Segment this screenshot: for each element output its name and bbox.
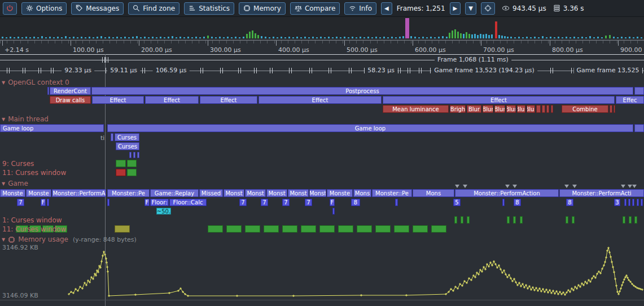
zone-curses[interactable]: Curses xyxy=(115,133,139,141)
zone-rendercont[interactable]: RenderCont xyxy=(50,87,91,95)
zone-bar[interactable] xyxy=(137,152,139,158)
zone-bar[interactable] xyxy=(115,225,130,233)
zone-bar[interactable] xyxy=(637,199,639,206)
zone-missed[interactable]: Missed xyxy=(199,189,223,197)
zone-bar[interactable] xyxy=(551,105,553,113)
zone-mons[interactable]: Mons xyxy=(353,189,371,197)
zone-floor-calc[interactable]: Floor::Calc xyxy=(169,199,207,206)
zone-monste[interactable]: Monste xyxy=(26,189,51,197)
zone-bar[interactable] xyxy=(116,169,126,176)
zone-blur[interactable]: Blur xyxy=(517,105,525,113)
zone-draw-calls[interactable]: Draw calls xyxy=(50,96,91,104)
zone-bar[interactable] xyxy=(507,216,510,224)
zone-8[interactable]: 8 xyxy=(566,199,573,206)
zone-bar[interactable] xyxy=(623,216,625,224)
zone-f[interactable]: F xyxy=(41,199,46,206)
message-marker[interactable] xyxy=(455,185,459,188)
zone-7[interactable]: 7 xyxy=(17,199,24,206)
zone-bar[interactable] xyxy=(610,105,612,113)
zone-monste[interactable]: Monste xyxy=(0,189,25,197)
zone-bar[interactable] xyxy=(332,208,335,215)
zone-bar[interactable] xyxy=(413,225,428,233)
zone-monst[interactable]: Monst xyxy=(245,189,266,197)
zone-blur[interactable]: Blur xyxy=(467,105,481,113)
zone-bar[interactable] xyxy=(461,216,463,224)
zone-8[interactable]: 8 xyxy=(351,199,360,206)
zone-bar[interactable] xyxy=(634,124,644,132)
zone-monster-pe[interactable]: Monster::Pe xyxy=(372,189,412,197)
zone-bar[interactable] xyxy=(572,216,575,224)
zone-bar[interactable] xyxy=(319,225,335,233)
lock-label-11-curses-window-2[interactable]: 11: Curses window xyxy=(2,225,66,233)
lock-label-11-curses-window[interactable]: 11: Curses window xyxy=(2,169,66,177)
zone-7[interactable]: 7 xyxy=(305,199,312,206)
zone-bar[interactable] xyxy=(634,87,644,95)
zone-mean-luminance[interactable]: Mean luminance xyxy=(383,105,449,113)
zone-bar[interactable] xyxy=(502,199,505,206)
message-marker[interactable] xyxy=(621,185,625,188)
zone-bar[interactable] xyxy=(133,152,135,158)
zone-bar[interactable] xyxy=(226,225,242,233)
zone-monster-pe[interactable]: Monster::Pe xyxy=(107,189,150,197)
zone-bar[interactable] xyxy=(208,225,223,233)
zone-effec[interactable]: Effec xyxy=(616,96,644,104)
zone-blur[interactable]: Blur xyxy=(494,105,505,113)
zone-bar[interactable] xyxy=(127,169,137,176)
zone-effect[interactable]: Effect xyxy=(92,96,144,104)
zone-brigh[interactable]: Brigh xyxy=(450,105,466,113)
zone-game-loop[interactable]: Game loop xyxy=(0,124,104,132)
zone-bar[interactable] xyxy=(536,105,541,113)
zone-bar[interactable] xyxy=(394,225,409,233)
zone-bar[interactable] xyxy=(116,160,126,167)
zone-bar[interactable] xyxy=(467,216,470,224)
message-marker[interactable] xyxy=(628,185,632,188)
zone-effect[interactable]: Effect xyxy=(145,96,199,104)
lock-label-1-curses-window[interactable]: 1: Curses window xyxy=(2,216,62,224)
zone-blur[interactable]: Blur xyxy=(506,105,516,113)
zone-bar[interactable] xyxy=(431,225,446,233)
zone-bar[interactable] xyxy=(641,199,643,206)
zone-bar[interactable] xyxy=(111,133,113,141)
zone-monst[interactable]: Monst xyxy=(224,189,244,197)
lock-label-9-curses[interactable]: 9: Curses xyxy=(2,160,34,168)
zone-blur[interactable]: Blur xyxy=(483,105,493,113)
zone-f[interactable]: F xyxy=(144,199,150,206)
zone-f[interactable]: F xyxy=(330,199,335,206)
memory-usage-graph[interactable] xyxy=(0,243,644,306)
zone-game-loop[interactable]: Game loop xyxy=(107,124,633,132)
zone-monster-performaction[interactable]: Monster::PerformAction xyxy=(455,189,559,197)
zone-bar[interactable] xyxy=(47,87,49,95)
zone-7[interactable]: 7 xyxy=(282,199,290,206)
zone-effect[interactable]: Effect xyxy=(259,96,382,104)
zone-bar[interactable] xyxy=(129,152,132,158)
zone-monst[interactable]: Monst xyxy=(266,189,287,197)
zone-8[interactable]: 8 xyxy=(514,199,521,206)
zone-bar[interactable] xyxy=(624,199,627,206)
zone-bar[interactable] xyxy=(546,105,549,113)
zone-bar[interactable] xyxy=(395,199,398,206)
message-marker[interactable] xyxy=(512,185,517,188)
zone-3[interactable]: 3 xyxy=(614,199,620,206)
zone-bar[interactable] xyxy=(628,199,630,206)
zone-monst[interactable]: Monst xyxy=(309,189,326,197)
zone-7[interactable]: 7 xyxy=(261,199,268,206)
message-marker[interactable] xyxy=(505,185,510,188)
zone-bar[interactable] xyxy=(513,216,516,224)
zone-bar[interactable] xyxy=(634,216,637,224)
zone-effect[interactable]: Effect xyxy=(383,96,615,104)
zone-game-replay[interactable]: Game::Replay xyxy=(150,189,199,197)
zone-bar[interactable] xyxy=(301,225,316,233)
zone-mons[interactable]: Mons xyxy=(413,189,454,197)
zone-bar[interactable] xyxy=(454,216,457,224)
zone-bar[interactable] xyxy=(245,225,260,233)
zone-bar[interactable] xyxy=(264,225,279,233)
zone-bar[interactable] xyxy=(542,105,545,113)
zone-bar[interactable] xyxy=(375,225,391,233)
zone-bar[interactable] xyxy=(566,216,568,224)
zone-bar[interactable] xyxy=(632,199,634,206)
zone-effect[interactable]: Effect xyxy=(200,96,257,104)
zone-bar[interactable] xyxy=(282,225,297,233)
zone-bar[interactable] xyxy=(629,216,632,224)
zone-5[interactable]: 5 xyxy=(453,199,461,206)
zone-bar[interactable] xyxy=(47,199,49,206)
